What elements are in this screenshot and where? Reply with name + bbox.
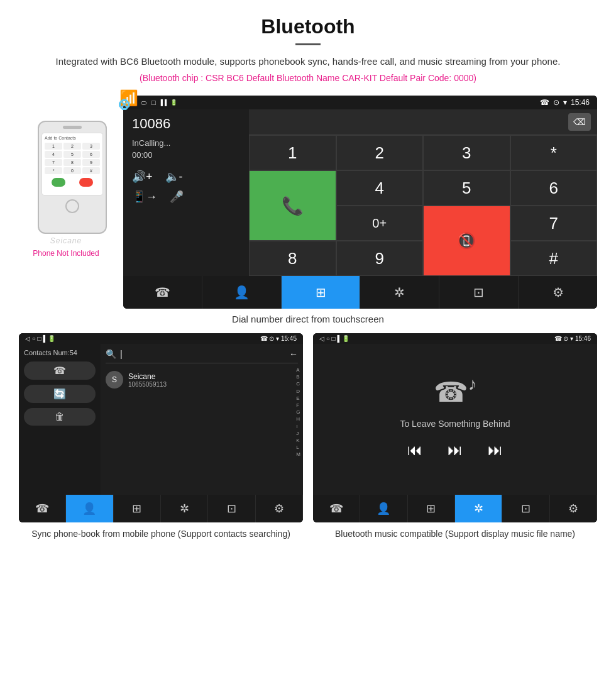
contacts-nav-bluetooth[interactable]: ✲ xyxy=(161,495,208,522)
phone-not-included-label: Phone Not Included xyxy=(33,249,99,258)
contact-number: 10655059113 xyxy=(128,381,167,388)
volume-down-icon[interactable]: 🔈- xyxy=(165,170,183,184)
contacts-nav-phone[interactable]: ☎ xyxy=(19,495,66,522)
contact-avatar: S xyxy=(106,371,123,389)
contacts-status-bar: ◁ ○ □ ▌🔋 ☎ ⊙ ▾ 15:45 xyxy=(19,333,303,344)
contacts-nav-contacts[interactable]: 👤 xyxy=(66,495,113,522)
mic-controls: 📱→ 🎤 xyxy=(132,190,240,204)
music-status-left: ◁ ○ □ ▌🔋 xyxy=(319,335,349,342)
music-nav-settings[interactable]: ⚙ xyxy=(550,495,597,522)
dial-key-2[interactable]: 2 xyxy=(336,135,424,170)
music-nav-transfer[interactable]: ⊡ xyxy=(502,495,549,522)
dial-key-1[interactable]: 1 xyxy=(249,135,336,170)
key-1: 1 xyxy=(45,143,62,150)
back-arrow-icon: ← xyxy=(289,349,298,359)
contacts-delete-btn[interactable]: 🗑 xyxy=(24,408,96,426)
nav-settings[interactable]: ⚙ xyxy=(519,276,597,309)
contacts-nav-transfer[interactable]: ⊡ xyxy=(208,495,255,522)
music-art-icon: ☎♪ xyxy=(434,374,477,409)
end-call-button[interactable]: 📵 xyxy=(423,206,510,276)
volume-up-icon[interactable]: 🔊+ xyxy=(132,170,153,184)
dial-key-3[interactable]: 3 xyxy=(423,135,510,170)
nav-transfer[interactable]: ⊡ xyxy=(439,276,519,309)
phone-end-button xyxy=(79,178,93,187)
dial-key-5[interactable]: 5 xyxy=(423,170,510,206)
music-screen: ◁ ○ □ ▌🔋 ☎ ⊙ ▾ 15:46 ☎♪ To Leave Somethi… xyxy=(313,333,597,522)
signal-icons: ▌▌ 🔋 xyxy=(161,99,177,106)
search-icon: 🔍 xyxy=(106,349,116,359)
phone-keypad: 1 2 3 4 5 6 7 8 9 * 0 # xyxy=(45,143,100,174)
contacts-count: Contacts Num:54 xyxy=(24,349,96,356)
call-button[interactable]: 📞 xyxy=(249,170,336,241)
contacts-nav-dialpad[interactable]: ⊞ xyxy=(114,495,161,522)
contacts-status-left: ◁ ○ □ ▌🔋 xyxy=(25,335,55,342)
key-star: * xyxy=(45,167,62,174)
dial-key-6[interactable]: 6 xyxy=(510,170,598,206)
mic-icon[interactable]: 🎤 xyxy=(170,190,184,204)
page-title: Bluetooth xyxy=(25,15,591,38)
key-6: 6 xyxy=(82,151,100,158)
nav-contacts[interactable]: 👤 xyxy=(202,276,282,309)
home-icon: ⬭ xyxy=(141,99,146,107)
dial-key-hash[interactable]: # xyxy=(510,241,598,276)
dial-key-9[interactable]: 9 xyxy=(336,241,424,276)
dialpad-grid: 1 2 3 * 📞 4 5 6 0+ 📵 7 8 9 # xyxy=(249,135,597,276)
music-nav-dialpad[interactable]: ⊞ xyxy=(408,495,455,522)
music-status-right: ☎ ⊙ ▾ 15:46 xyxy=(554,335,591,342)
music-section: ◁ ○ □ ▌🔋 ☎ ⊙ ▾ 15:46 ☎♪ To Leave Somethi… xyxy=(313,333,597,541)
music-caption: Bluetooth music compatible (Support disp… xyxy=(335,527,575,541)
page-description: Integrated with BC6 Bluetooth module, su… xyxy=(25,54,591,69)
add-contacts-label: Add to Contacts xyxy=(45,136,100,140)
contact-item: S Seicane 10655059113 xyxy=(106,368,298,391)
contacts-call-btn[interactable]: ☎ xyxy=(24,361,96,380)
nav-dialpad[interactable]: ⊞ xyxy=(282,276,361,309)
contacts-sync-btn[interactable]: 🔄 xyxy=(24,385,96,403)
dial-timer: 00:00 xyxy=(132,150,240,160)
transfer-icon[interactable]: 📱→ xyxy=(132,190,157,204)
dial-key-7[interactable]: 7 xyxy=(510,206,598,241)
key-hash: # xyxy=(82,167,100,174)
music-nav-contacts[interactable]: 👤 xyxy=(360,495,407,522)
phone-icon: ☎ xyxy=(540,98,549,107)
music-main: ☎♪ To Leave Something Behind ⏮ ⏭ ⏭ xyxy=(313,344,597,495)
phone-mockup: 📶 ⭙ Add to Contacts 1 2 3 4 5 6 7 8 xyxy=(19,96,113,258)
nav-phone[interactable]: ☎ xyxy=(123,276,202,309)
car-nav-bar: ☎ 👤 ⊞ ✲ ⊡ ⚙ xyxy=(123,276,597,309)
bottom-row: ◁ ○ □ ▌🔋 ☎ ⊙ ▾ 15:45 Contacts Num:54 ☎ 🔄… xyxy=(0,333,616,541)
contacts-search-bar[interactable]: 🔍 | ← xyxy=(106,349,298,363)
contact-info: Seicane 10655059113 xyxy=(128,372,167,388)
backspace-button[interactable]: ⌫ xyxy=(568,113,591,131)
next-track-button[interactable]: ⏭ xyxy=(488,441,503,459)
key-5: 5 xyxy=(63,151,81,158)
car-dial-screen: ◁ ⬭ □ ▌▌ 🔋 ☎ ⊙ ▾ 15:46 10086 InCalling..… xyxy=(123,96,597,309)
key-0: 0 xyxy=(63,167,81,174)
phone-call-button xyxy=(52,178,65,187)
wifi-icon: ▾ xyxy=(563,98,567,107)
bluetooth-specs: (Bluetooth chip : CSR BC6 Default Blueto… xyxy=(25,73,591,83)
main-caption: Dial number direct from touchscreen xyxy=(0,314,616,324)
dial-key-0plus[interactable]: 0+ xyxy=(336,206,424,241)
contacts-nav-settings[interactable]: ⚙ xyxy=(256,495,303,522)
dial-key-4[interactable]: 4 xyxy=(336,170,424,206)
dial-controls: 🔊+ 🔈- 📱→ 🎤 xyxy=(132,170,240,204)
key-4: 4 xyxy=(45,151,62,158)
phone-home-button xyxy=(65,199,79,213)
music-nav-phone[interactable]: ☎ xyxy=(313,495,360,522)
contacts-section: ◁ ○ □ ▌🔋 ☎ ⊙ ▾ 15:45 Contacts Num:54 ☎ 🔄… xyxy=(19,333,303,541)
dial-left-panel: 10086 InCalling... 00:00 🔊+ 🔈- 📱→ 🎤 xyxy=(123,109,249,276)
contacts-nav-bar: ☎ 👤 ⊞ ✲ ⊡ ⚙ xyxy=(19,495,303,522)
search-cursor: | xyxy=(120,349,123,359)
time-display: 15:46 xyxy=(571,98,590,107)
seicane-watermark: Seicane xyxy=(50,236,82,245)
prev-track-button[interactable]: ⏮ xyxy=(407,441,422,459)
contacts-status-right: ☎ ⊙ ▾ 15:45 xyxy=(260,335,297,342)
dial-right-panel: ⌫ 1 2 3 * 📞 4 5 6 0+ 📵 7 8 9 # xyxy=(249,109,597,276)
dial-key-8[interactable]: 8 xyxy=(249,241,336,276)
play-pause-button[interactable]: ⏭ xyxy=(448,441,463,459)
key-7: 7 xyxy=(45,159,62,166)
contacts-right-panel: 🔍 | ← S Seicane 10655059113 A xyxy=(101,344,303,495)
music-nav-bluetooth[interactable]: ✲ xyxy=(455,495,502,522)
nav-bluetooth[interactable]: ✲ xyxy=(360,276,439,309)
dial-key-star[interactable]: * xyxy=(510,135,598,170)
key-9: 9 xyxy=(82,159,100,166)
